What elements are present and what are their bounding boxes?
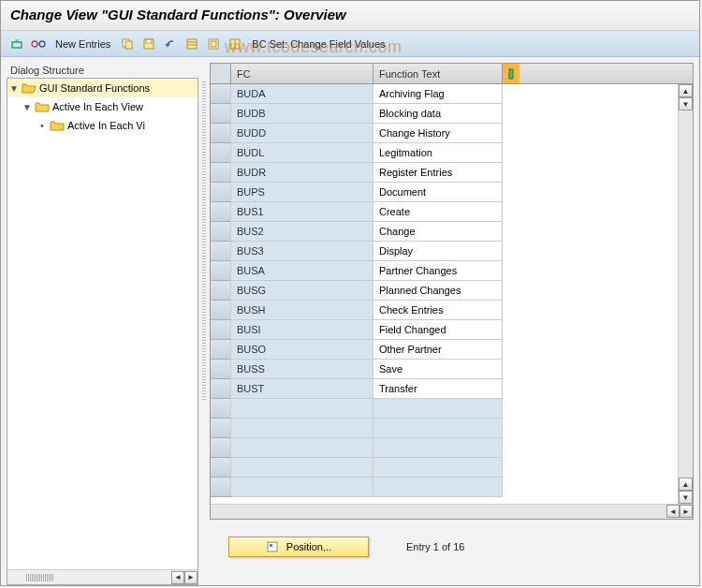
tree-expand-icon[interactable]: ▼ <box>9 83 19 94</box>
tree-item-active-view-sub[interactable]: • Active In Each Vi <box>7 116 197 135</box>
table-row[interactable]: BUSOOther Partner <box>211 340 693 360</box>
row-selector[interactable] <box>211 399 231 419</box>
table-row[interactable]: BUDRRegister Entries <box>211 163 693 183</box>
row-selector[interactable] <box>211 320 231 340</box>
tree-expand-icon[interactable]: ▼ <box>22 102 32 112</box>
table-row[interactable]: BUSIField Changed <box>211 320 693 340</box>
new-entries-button[interactable]: New Entries <box>51 37 114 51</box>
splitter-handle[interactable] <box>202 81 206 400</box>
col-header-fc[interactable]: FC <box>231 64 373 83</box>
table-row[interactable]: BUS1Create <box>211 202 693 222</box>
tree-hscroll[interactable]: ◄ ► <box>7 569 197 584</box>
row-selector[interactable] <box>211 458 231 478</box>
cell-fc[interactable] <box>231 458 373 478</box>
scroll-left-icon[interactable]: ◄ <box>666 505 680 518</box>
cell-fc[interactable]: BUPS <box>231 183 373 202</box>
cell-fc[interactable]: BUS1 <box>231 202 373 222</box>
row-selector[interactable] <box>211 222 231 242</box>
configure-columns-icon[interactable] <box>503 64 519 83</box>
cell-ft[interactable] <box>373 438 503 458</box>
row-selector[interactable] <box>211 104 231 124</box>
table-row[interactable] <box>211 458 693 478</box>
cell-fc[interactable]: BUDA <box>231 84 373 104</box>
table-row[interactable]: BUSSSave <box>211 360 693 379</box>
cell-fc[interactable]: BUST <box>231 379 373 399</box>
col-header-ft[interactable]: Function Text <box>373 64 503 83</box>
scroll-up-icon[interactable]: ▲ <box>679 84 693 97</box>
cell-ft[interactable]: Display <box>373 242 503 261</box>
table-row[interactable] <box>211 478 693 497</box>
row-selector[interactable] <box>211 202 231 222</box>
cell-ft[interactable]: Check Entries <box>373 301 503 320</box>
drag-handle-icon[interactable] <box>26 574 54 581</box>
cell-ft[interactable]: Register Entries <box>373 163 503 183</box>
cell-ft[interactable]: Blocking data <box>373 104 503 124</box>
scroll-left-icon[interactable]: ◄ <box>171 571 184 584</box>
scroll-down-icon[interactable]: ▼ <box>679 97 693 110</box>
delimit-icon[interactable] <box>227 36 243 52</box>
table-row[interactable]: BUDAArchiving Flag <box>211 84 693 104</box>
table-row[interactable]: BUDLLegitmation <box>211 143 693 163</box>
table-row[interactable]: BUPSDocument <box>211 183 693 202</box>
cell-fc[interactable]: BUS2 <box>231 222 373 242</box>
table-row[interactable] <box>211 438 693 458</box>
cell-fc[interactable]: BUSA <box>231 261 373 281</box>
table-row[interactable]: BUSTTransfer <box>211 379 693 399</box>
cell-ft[interactable] <box>373 458 503 478</box>
cell-fc[interactable]: BUSI <box>231 320 373 340</box>
scroll-right-icon[interactable]: ► <box>680 505 693 518</box>
tree-item-gui-std[interactable]: ▼ GUI Standard Functions <box>7 79 197 97</box>
row-selector[interactable] <box>211 379 231 399</box>
cell-ft[interactable]: Save <box>373 360 503 379</box>
table-row[interactable]: BUSGPlanned Changes <box>211 281 693 301</box>
row-selector[interactable] <box>211 84 231 104</box>
select-all-icon[interactable] <box>183 36 200 52</box>
row-selector[interactable] <box>211 301 231 320</box>
cell-ft[interactable]: Document <box>373 183 503 202</box>
cell-fc[interactable]: BUSG <box>231 281 373 301</box>
table-row[interactable]: BUSAPartner Changes <box>211 261 693 281</box>
deselect-icon[interactable] <box>205 36 222 52</box>
table-row[interactable]: BUS2Change <box>211 222 693 242</box>
cell-ft[interactable]: Legitmation <box>373 143 503 163</box>
position-button[interactable]: Position... <box>228 537 369 557</box>
row-selector[interactable] <box>211 183 231 202</box>
copy-icon[interactable] <box>119 36 136 52</box>
cell-ft[interactable]: Transfer <box>373 379 503 399</box>
table-row[interactable] <box>211 419 693 438</box>
row-selector[interactable] <box>211 340 231 360</box>
cell-fc[interactable]: BUDR <box>231 163 373 183</box>
cell-fc[interactable]: BUSO <box>231 340 373 360</box>
cell-fc[interactable] <box>231 438 373 458</box>
cell-fc[interactable]: BUSH <box>231 301 373 320</box>
cell-ft[interactable] <box>373 419 503 438</box>
cell-ft[interactable]: Other Partner <box>373 340 503 360</box>
row-selector[interactable] <box>211 124 231 143</box>
cell-ft[interactable]: Change History <box>373 124 503 143</box>
cell-fc[interactable] <box>231 478 373 497</box>
row-selector[interactable] <box>211 419 231 438</box>
row-selector[interactable] <box>211 242 231 261</box>
scroll-up-icon[interactable]: ▲ <box>679 478 693 491</box>
cell-fc[interactable]: BUDB <box>231 104 373 124</box>
vertical-scrollbar[interactable]: ▲ ▼ ▲ ▼ <box>678 84 693 504</box>
scroll-down-icon[interactable]: ▼ <box>679 491 693 504</box>
table-row[interactable]: BUS3Display <box>211 242 693 261</box>
cell-ft[interactable]: Partner Changes <box>373 261 503 281</box>
cell-ft[interactable]: Create <box>373 202 503 222</box>
cell-ft[interactable]: Planned Changes <box>373 281 503 301</box>
row-selector-header[interactable] <box>211 64 231 83</box>
cell-fc[interactable]: BUDD <box>231 124 373 143</box>
horizontal-scrollbar[interactable]: ◄ ► <box>211 504 693 519</box>
cell-ft[interactable]: Change <box>373 222 503 242</box>
cell-ft[interactable]: Field Changed <box>373 320 503 340</box>
tree-item-active-view[interactable]: ▼ Active In Each View <box>7 97 197 116</box>
cell-fc[interactable] <box>231 419 373 438</box>
glasses-icon[interactable] <box>30 36 47 52</box>
cell-ft[interactable] <box>373 399 503 419</box>
row-selector[interactable] <box>211 281 231 301</box>
save-icon[interactable] <box>140 36 157 52</box>
undo-icon[interactable] <box>162 36 179 52</box>
cell-fc[interactable]: BUS3 <box>231 242 373 261</box>
cell-fc[interactable] <box>231 399 373 419</box>
